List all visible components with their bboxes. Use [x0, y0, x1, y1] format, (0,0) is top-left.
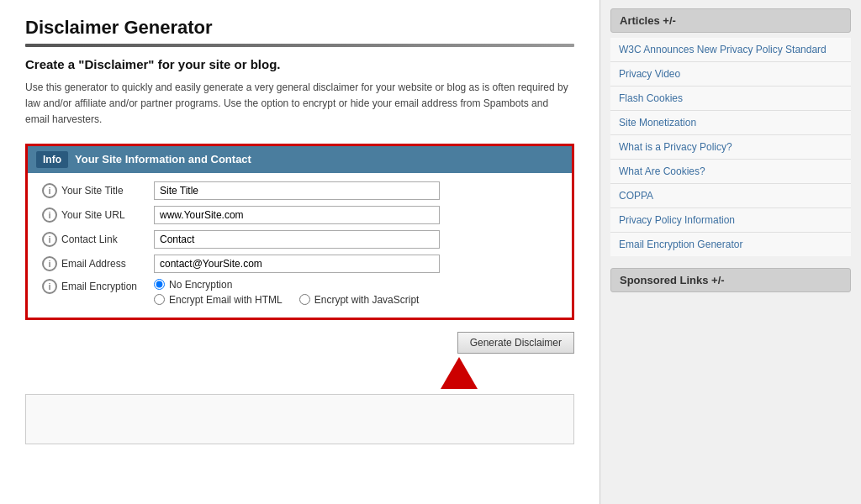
form-box: Info Your Site Information and Contact i… — [25, 144, 574, 320]
sidebar-link-flash-cookies[interactable]: Flash Cookies — [610, 87, 851, 111]
form-row-site-title: i Your Site Title — [38, 181, 562, 200]
title-divider — [25, 44, 574, 47]
label-encrypt-js: Encrypt with JavaScript — [314, 294, 420, 306]
sidebar-link-privacy-info[interactable]: Privacy Policy Information — [610, 208, 851, 233]
sponsored-section: Sponsored Links +/- — [610, 268, 851, 292]
page-title: Disclaimer Generator — [25, 17, 574, 39]
generate-area: Generate Disclaimer — [25, 332, 574, 354]
info-circle-icon-email[interactable]: i — [42, 256, 57, 271]
subtitle: Create a "Disclaimer" for your site or b… — [25, 57, 574, 71]
label-site-title: Your Site Title — [61, 185, 154, 197]
form-row-email: i Email Address — [38, 255, 562, 273]
radio-row-no-encryption: No Encryption — [154, 279, 419, 291]
info-icon-site-url[interactable]: i — [38, 207, 61, 223]
sidebar-link-what-is-privacy[interactable]: What is a Privacy Policy? — [610, 135, 851, 160]
form-body: i Your Site Title i Your Site URL i — [28, 173, 572, 318]
label-encryption: Email Encryption — [61, 279, 154, 292]
generate-button[interactable]: Generate Disclaimer — [457, 332, 574, 354]
sponsored-section-title[interactable]: Sponsored Links +/- — [610, 268, 851, 292]
radio-encrypt-html[interactable] — [154, 294, 165, 305]
sidebar-link-privacy-video[interactable]: Privacy Video — [610, 62, 851, 87]
arrow-icon — [441, 357, 478, 389]
articles-section-title[interactable]: Articles +/- — [610, 8, 851, 33]
encryption-options: No Encryption Encrypt Email with HTML En… — [154, 279, 419, 306]
label-contact-link: Contact Link — [61, 234, 154, 245]
form-row-site-url: i Your Site URL — [38, 206, 562, 224]
arrow-container — [25, 362, 574, 389]
info-circle-icon[interactable]: i — [42, 183, 57, 198]
main-content: Disclaimer Generator Create a "Disclaime… — [0, 0, 600, 504]
sidebar-link-email-encryption-gen[interactable]: Email Encryption Generator — [610, 233, 851, 256]
input-site-title[interactable] — [154, 181, 440, 200]
info-icon-site-title[interactable]: i — [38, 183, 61, 198]
radio-option-html: Encrypt Email with HTML — [154, 294, 283, 306]
input-contact-link[interactable] — [154, 230, 440, 249]
sidebar-link-w3c[interactable]: W3C Announces New Privacy Policy Standar… — [610, 38, 851, 62]
sidebar-link-what-are-cookies[interactable]: What Are Cookies? — [610, 160, 851, 184]
form-row-encryption: i Email Encryption No Encryption Encrypt… — [38, 279, 562, 306]
label-no-encryption: No Encryption — [169, 279, 232, 291]
articles-section: Articles +/- W3C Announces New Privacy P… — [610, 8, 851, 256]
info-circle-icon-encryption[interactable]: i — [42, 279, 57, 294]
info-icon-contact[interactable]: i — [38, 232, 61, 247]
radio-encrypt-js[interactable] — [299, 294, 310, 305]
form-header-info-label: Info — [36, 151, 68, 168]
input-site-url[interactable] — [154, 206, 440, 224]
radio-row-other: Encrypt Email with HTML Encrypt with Jav… — [154, 294, 419, 306]
form-header: Info Your Site Information and Contact — [28, 146, 572, 173]
sidebar-link-site-monetization[interactable]: Site Monetization — [610, 111, 851, 135]
info-icon-encryption[interactable]: i — [38, 279, 61, 294]
radio-no-encryption[interactable] — [154, 279, 165, 290]
label-encrypt-html: Encrypt Email with HTML — [169, 294, 283, 306]
sidebar-link-coppa[interactable]: COPPA — [610, 184, 851, 208]
info-circle-icon-url[interactable]: i — [42, 207, 57, 223]
info-circle-icon-contact[interactable]: i — [42, 232, 57, 247]
description: Use this generator to quickly and easily… — [25, 80, 574, 129]
output-area — [25, 394, 574, 444]
info-icon-email[interactable]: i — [38, 256, 61, 271]
form-row-contact-link: i Contact Link — [38, 230, 562, 249]
label-site-url: Your Site URL — [61, 209, 154, 221]
sidebar: Articles +/- W3C Announces New Privacy P… — [600, 0, 861, 504]
label-email: Email Address — [61, 258, 154, 270]
input-email[interactable] — [154, 255, 440, 273]
form-header-title: Your Site Information and Contact — [75, 153, 251, 165]
radio-option-js: Encrypt with JavaScript — [299, 294, 420, 306]
